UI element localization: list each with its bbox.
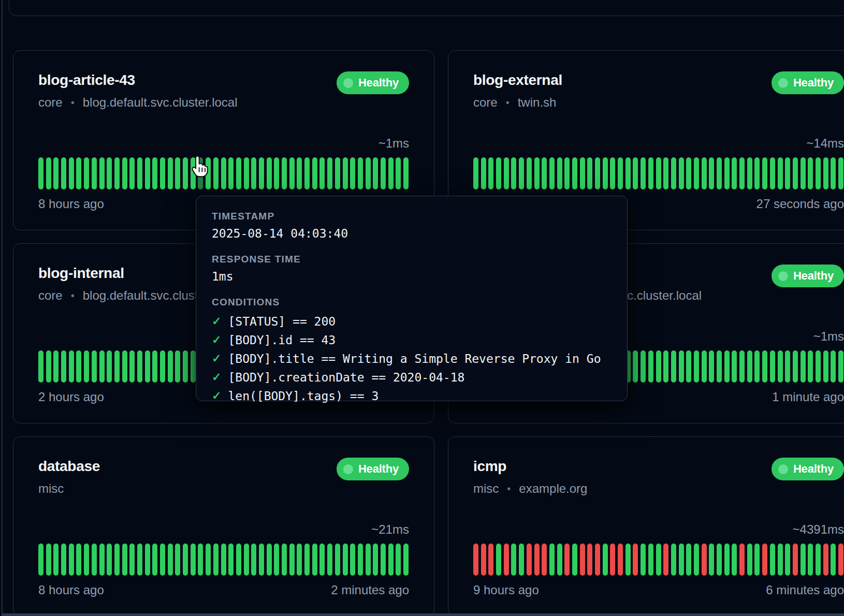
uptime-bar[interactable] bbox=[61, 350, 66, 383]
uptime-bar[interactable] bbox=[823, 544, 828, 576]
uptime-bar[interactable] bbox=[823, 157, 828, 189]
uptime-bar[interactable] bbox=[633, 350, 638, 383]
uptime-bar[interactable] bbox=[221, 157, 226, 189]
uptime-bar[interactable] bbox=[114, 157, 120, 189]
uptime-bar[interactable] bbox=[564, 157, 570, 189]
uptime-bar[interactable] bbox=[488, 157, 493, 189]
uptime-bar[interactable] bbox=[183, 544, 188, 576]
uptime-bar[interactable] bbox=[206, 544, 211, 576]
uptime-bar[interactable] bbox=[168, 544, 173, 576]
uptime-bar[interactable] bbox=[381, 544, 386, 576]
uptime-bar[interactable] bbox=[656, 157, 661, 189]
uptime-bar[interactable] bbox=[175, 544, 180, 576]
uptime-bar[interactable] bbox=[801, 350, 806, 383]
uptime-bar[interactable] bbox=[504, 544, 509, 576]
uptime-bar[interactable] bbox=[473, 157, 478, 189]
uptime-bar[interactable] bbox=[84, 544, 89, 576]
uptime-bar[interactable] bbox=[801, 544, 806, 576]
uptime-bar[interactable] bbox=[335, 544, 340, 576]
uptime-bar[interactable] bbox=[694, 157, 699, 189]
uptime-bar[interactable] bbox=[595, 544, 600, 576]
uptime-bar[interactable] bbox=[648, 157, 653, 189]
uptime-bar[interactable] bbox=[129, 544, 135, 576]
uptime-bar[interactable] bbox=[388, 157, 394, 189]
partial-card-above[interactable] bbox=[9, 0, 844, 16]
uptime-bar[interactable] bbox=[183, 157, 188, 189]
uptime-bar[interactable] bbox=[717, 544, 722, 576]
uptime-bar[interactable] bbox=[724, 350, 730, 383]
uptime-bar[interactable] bbox=[686, 157, 691, 189]
uptime-bar[interactable] bbox=[641, 350, 646, 383]
uptime-bar[interactable] bbox=[297, 157, 302, 189]
uptime-bar[interactable] bbox=[46, 544, 51, 576]
uptime-bar[interactable] bbox=[38, 350, 43, 383]
uptime-bar[interactable] bbox=[618, 157, 623, 189]
uptime-bar[interactable] bbox=[671, 350, 676, 383]
uptime-bar[interactable] bbox=[557, 157, 562, 189]
uptime-bar[interactable] bbox=[92, 350, 97, 383]
uptime-bar[interactable] bbox=[778, 350, 783, 383]
uptime-bar[interactable] bbox=[534, 544, 540, 576]
uptime-bar[interactable] bbox=[145, 157, 150, 189]
uptime-bar[interactable] bbox=[160, 544, 165, 576]
uptime-bar[interactable] bbox=[610, 157, 615, 189]
uptime-bar[interactable] bbox=[754, 157, 760, 189]
uptime-bar[interactable] bbox=[289, 544, 295, 576]
uptime-bar[interactable] bbox=[762, 350, 767, 383]
uptime-bar[interactable] bbox=[213, 544, 219, 576]
uptime-bar[interactable] bbox=[228, 157, 234, 189]
uptime-bar[interactable] bbox=[754, 544, 760, 576]
uptime-bar[interactable] bbox=[312, 544, 317, 576]
uptime-bar[interactable] bbox=[572, 157, 577, 189]
uptime-bar[interactable] bbox=[587, 544, 592, 576]
uptime-bar[interactable] bbox=[663, 350, 668, 383]
uptime-bar[interactable] bbox=[373, 544, 378, 576]
uptime-bar[interactable] bbox=[319, 157, 325, 189]
uptime-bar[interactable] bbox=[793, 157, 798, 189]
service-card-database[interactable]: database misc Healthy ~21ms 8 hours ago … bbox=[13, 436, 434, 616]
uptime-bar[interactable] bbox=[717, 157, 722, 189]
uptime-bar[interactable] bbox=[236, 157, 241, 189]
uptime-bar[interactable] bbox=[191, 350, 196, 383]
uptime-bar[interactable] bbox=[107, 544, 112, 576]
uptime-bar[interactable] bbox=[46, 157, 51, 189]
uptime-bar[interactable] bbox=[732, 544, 737, 576]
uptime-bar[interactable] bbox=[99, 544, 105, 576]
uptime-bar[interactable] bbox=[793, 544, 798, 576]
uptime-bar[interactable] bbox=[69, 350, 74, 383]
uptime-bar[interactable] bbox=[724, 157, 730, 189]
uptime-bar[interactable] bbox=[557, 544, 562, 576]
uptime-bar[interactable] bbox=[732, 157, 737, 189]
uptime-bar[interactable] bbox=[496, 157, 501, 189]
uptime-bar[interactable] bbox=[175, 157, 180, 189]
uptime-bar[interactable] bbox=[358, 157, 363, 189]
uptime-bar[interactable] bbox=[122, 350, 127, 383]
uptime-bar[interactable] bbox=[527, 157, 532, 189]
uptime-bar[interactable] bbox=[671, 544, 676, 576]
uptime-bar[interactable] bbox=[61, 157, 66, 189]
uptime-bar[interactable] bbox=[107, 157, 112, 189]
uptime-bar[interactable] bbox=[702, 350, 707, 383]
uptime-bar[interactable] bbox=[747, 157, 752, 189]
uptime-bar[interactable] bbox=[641, 544, 646, 576]
uptime-bar[interactable] bbox=[76, 350, 81, 383]
uptime-bar[interactable] bbox=[831, 350, 836, 383]
uptime-bar[interactable] bbox=[686, 544, 691, 576]
uptime-bar[interactable] bbox=[297, 544, 302, 576]
uptime-bar[interactable] bbox=[335, 157, 340, 189]
uptime-bar[interactable] bbox=[152, 544, 157, 576]
uptime-bar[interactable] bbox=[267, 157, 272, 189]
uptime-bar[interactable] bbox=[350, 157, 355, 189]
uptime-bar[interactable] bbox=[633, 544, 638, 576]
uptime-bar[interactable] bbox=[519, 544, 524, 576]
uptime-bar[interactable] bbox=[831, 544, 836, 576]
uptime-bar[interactable] bbox=[473, 544, 478, 576]
uptime-bar[interactable] bbox=[122, 157, 127, 189]
uptime-bar[interactable] bbox=[175, 350, 180, 383]
uptime-bar[interactable] bbox=[84, 350, 89, 383]
uptime-bar[interactable] bbox=[114, 350, 120, 383]
uptime-bar[interactable] bbox=[656, 544, 661, 576]
uptime-bar[interactable] bbox=[259, 157, 264, 189]
uptime-bar[interactable] bbox=[373, 157, 378, 189]
uptime-bar[interactable] bbox=[481, 157, 486, 189]
